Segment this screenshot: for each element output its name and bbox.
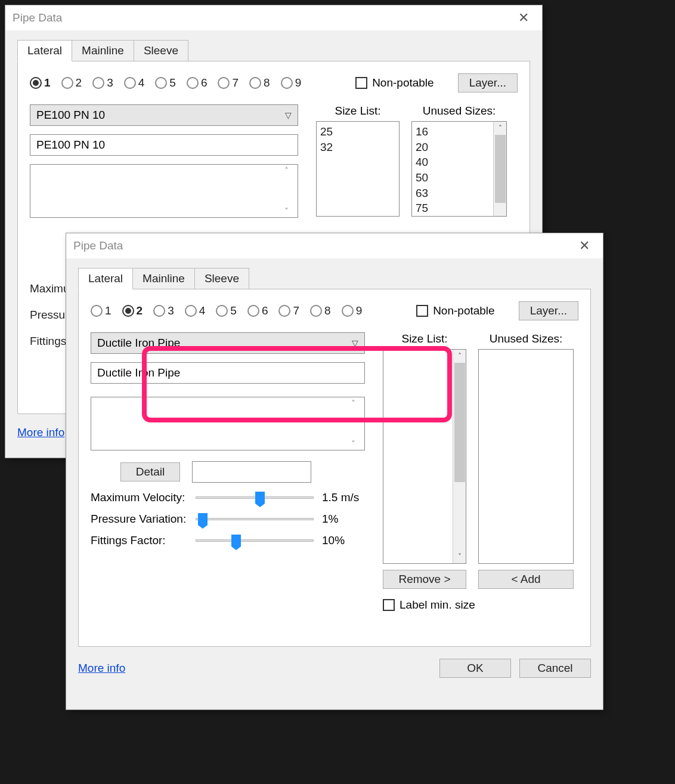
chevron-down-icon[interactable]: ˅ — [453, 550, 466, 563]
radio-4[interactable]: 4 — [124, 76, 145, 89]
layer-button[interactable]: Layer... — [458, 73, 518, 92]
max-velocity-slider[interactable] — [196, 491, 314, 504]
tab-sleeve[interactable]: Sleeve — [134, 40, 188, 61]
list-item[interactable]: 63 — [416, 186, 503, 201]
pressure-variation-label: Pressu — [30, 308, 70, 322]
tab-mainline[interactable]: Mainline — [132, 268, 195, 289]
fittings-factor-label: Fittings — [30, 335, 70, 348]
size-list-label: Size List: — [316, 104, 400, 118]
radio-5[interactable]: 5 — [216, 304, 237, 317]
tab-mainline[interactable]: Mainline — [72, 40, 134, 61]
titlebar: Pipe Data ✕ — [66, 233, 603, 258]
radio-6[interactable]: 6 — [247, 304, 268, 317]
nonpotable-checkbox[interactable]: Non-potable — [416, 304, 495, 317]
max-velocity-label: Maximu — [30, 282, 70, 295]
more-info-link[interactable]: More info — [78, 662, 125, 675]
list-item[interactable]: 32 — [320, 140, 395, 155]
pipe-type-select[interactable]: Ductile Iron Pipe ▽ — [91, 332, 365, 354]
pipe-type-select-value: Ductile Iron Pipe — [97, 337, 180, 350]
pipe-type-text[interactable]: Ductile Iron Pipe — [91, 362, 365, 384]
list-item[interactable]: 25 — [320, 124, 395, 140]
fittings-factor-value: 10% — [322, 534, 365, 547]
close-icon[interactable]: ✕ — [573, 236, 596, 256]
radio-2[interactable]: 2 — [122, 304, 143, 317]
dialog-title: Pipe Data — [73, 239, 123, 252]
list-item[interactable]: 75 — [416, 200, 503, 216]
label-min-size-label: Label min. size — [400, 598, 475, 612]
radio-1[interactable]: 1 — [91, 304, 112, 317]
unused-sizes-list[interactable] — [478, 349, 574, 564]
list-item[interactable]: 20 — [416, 140, 503, 155]
fittings-factor-slider[interactable] — [196, 534, 314, 547]
chevron-up-icon[interactable]: ˄ — [351, 399, 363, 408]
tab-sleeve-label: Sleeve — [144, 44, 178, 57]
pipe-type-select-value: PE100 PN 10 — [36, 109, 105, 122]
radio-8[interactable]: 8 — [310, 304, 331, 317]
radio-8[interactable]: 8 — [249, 76, 270, 89]
radio-7[interactable]: 7 — [278, 304, 299, 317]
radio-7[interactable]: 7 — [218, 76, 239, 89]
cancel-button[interactable]: Cancel — [519, 659, 591, 678]
list-item[interactable]: 50 — [416, 170, 503, 186]
unused-sizes-label: Unused Sizes: — [411, 104, 507, 118]
chevron-down-icon[interactable]: ˅ — [351, 439, 363, 449]
detail-text[interactable] — [192, 461, 311, 483]
radio-3[interactable]: 3 — [92, 76, 113, 89]
max-velocity-label: Maximum Velocity: — [91, 491, 187, 504]
scrollbar-thumb[interactable] — [495, 135, 506, 203]
size-list-label: Size List: — [383, 332, 466, 345]
remove-button[interactable]: Remove > — [383, 570, 466, 589]
radio-9[interactable]: 9 — [281, 76, 302, 89]
chevron-down-icon: ▽ — [285, 110, 292, 120]
pipe-data-dialog-front: Pipe Data ✕ Lateral Mainline Sleeve 1 2 … — [66, 233, 603, 710]
detail-button[interactable]: Detail — [120, 462, 180, 481]
radio-1[interactable]: 1 — [30, 76, 51, 89]
pipe-type-select[interactable]: PE100 PN 10 ▽ — [30, 104, 298, 126]
unused-sizes-label: Unused Sizes: — [478, 332, 574, 345]
tab-mainline-label: Mainline — [82, 44, 124, 57]
scrollbar-thumb[interactable] — [454, 363, 465, 482]
titlebar: Pipe Data ✕ — [5, 5, 542, 30]
unused-sizes-list[interactable]: 16 20 40 50 63 75 90 ˄ ˅ — [411, 121, 507, 217]
more-info-link[interactable]: More info — [17, 426, 64, 439]
layer-button[interactable]: Layer... — [519, 301, 578, 320]
add-button[interactable]: < Add — [478, 570, 574, 589]
pressure-variation-label: Pressure Variation: — [91, 513, 187, 526]
fittings-factor-label: Fittings Factor: — [91, 534, 187, 547]
pressure-variation-value: 1% — [322, 513, 365, 526]
tab-lateral[interactable]: Lateral — [17, 40, 72, 61]
pipe-type-text-value: Ductile Iron Pipe — [97, 366, 180, 379]
tab-mainline-label: Mainline — [143, 272, 185, 285]
chevron-up-icon[interactable]: ˄ — [453, 350, 466, 363]
nonpotable-checkbox[interactable]: Non-potable — [355, 76, 434, 89]
close-icon[interactable]: ✕ — [512, 8, 535, 28]
nonpotable-label: Non-potable — [372, 76, 434, 89]
chevron-down-icon[interactable]: ˅ — [284, 206, 296, 216]
list-item[interactable]: 16 — [416, 124, 503, 140]
radio-9[interactable]: 9 — [342, 304, 363, 317]
radio-5[interactable]: 5 — [155, 76, 176, 89]
pressure-variation-slider[interactable] — [196, 513, 314, 526]
pipe-type-text[interactable]: PE100 PN 10 — [30, 134, 298, 156]
chevron-up-icon[interactable]: ˄ — [284, 166, 296, 175]
tab-sleeve[interactable]: Sleeve — [194, 268, 249, 289]
list-item[interactable]: 40 — [416, 155, 503, 170]
pipe-notes-textarea[interactable]: ˄˅ — [91, 397, 365, 450]
radio-2[interactable]: 2 — [61, 76, 82, 89]
pipe-type-text-value: PE100 PN 10 — [36, 138, 105, 152]
radio-6[interactable]: 6 — [187, 76, 208, 89]
radio-4[interactable]: 4 — [185, 304, 206, 317]
chevron-down-icon: ▽ — [352, 338, 358, 348]
tab-lateral[interactable]: Lateral — [78, 268, 133, 289]
size-list[interactable]: 25 32 — [316, 121, 400, 217]
tab-lateral-label: Lateral — [27, 44, 62, 57]
size-list[interactable]: ˄ ˅ — [383, 349, 466, 564]
list-item[interactable]: 90 — [416, 216, 503, 217]
ok-button[interactable]: OK — [439, 659, 511, 678]
nonpotable-label: Non-potable — [433, 304, 495, 317]
chevron-up-icon[interactable]: ˄ — [494, 122, 506, 135]
radio-3[interactable]: 3 — [153, 304, 174, 317]
label-min-size-checkbox[interactable]: Label min. size — [383, 598, 475, 612]
pipe-notes-textarea[interactable]: ˄˅ — [30, 164, 298, 218]
dialog-title: Pipe Data — [13, 11, 62, 24]
